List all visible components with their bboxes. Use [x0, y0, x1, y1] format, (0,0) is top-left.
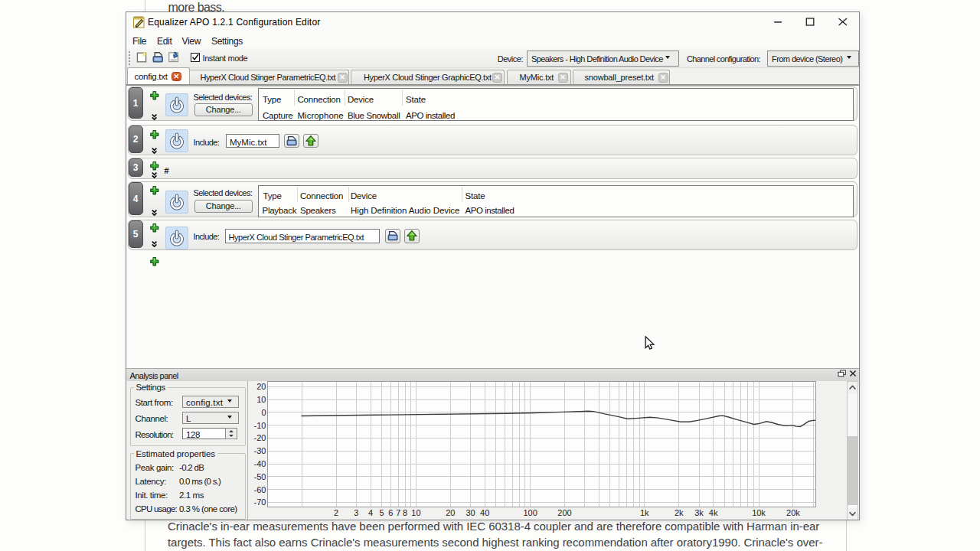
- svg-text:2k: 2k: [674, 508, 683, 517]
- svg-text:6: 6: [388, 508, 393, 517]
- svg-text:7: 7: [396, 508, 400, 517]
- svg-text:-60: -60: [253, 484, 266, 494]
- svg-text:8: 8: [402, 508, 407, 517]
- svg-text:2: 2: [334, 508, 338, 517]
- svg-text:3: 3: [354, 508, 358, 517]
- svg-text:30: 30: [466, 508, 475, 517]
- svg-text:-70: -70: [253, 497, 266, 507]
- svg-text:-30: -30: [253, 446, 266, 455]
- svg-text:5: 5: [379, 508, 384, 517]
- svg-text:40: 40: [480, 508, 489, 517]
- svg-text:-50: -50: [253, 471, 266, 481]
- svg-text:1k: 1k: [639, 508, 648, 517]
- svg-text:-20: -20: [253, 433, 266, 442]
- svg-text:3k: 3k: [694, 508, 704, 517]
- svg-text:-40: -40: [253, 458, 266, 468]
- svg-text:20: 20: [446, 508, 455, 517]
- svg-text:10: 10: [411, 508, 420, 517]
- svg-text:20k: 20k: [786, 508, 800, 517]
- svg-text:4: 4: [368, 508, 372, 517]
- svg-text:100: 100: [523, 508, 537, 517]
- svg-text:200: 200: [557, 508, 571, 517]
- svg-text:0: 0: [261, 407, 266, 416]
- svg-text:-10: -10: [253, 420, 266, 429]
- svg-text:10k: 10k: [752, 508, 766, 517]
- svg-text:10: 10: [256, 394, 266, 403]
- svg-text:20: 20: [256, 382, 266, 391]
- svg-text:4k: 4k: [708, 508, 717, 517]
